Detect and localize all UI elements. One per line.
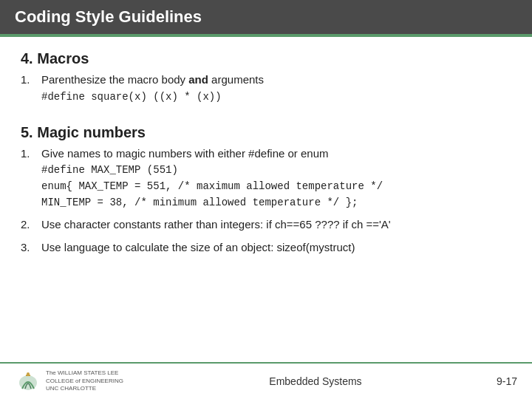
section5-item1: 1. Give names to magic numbers with eith…: [21, 146, 511, 211]
section5-item2-text: Use character constants rather than inte…: [41, 216, 511, 233]
section4-item1-bold: and: [188, 73, 208, 86]
section4-item1-num: 1.: [21, 72, 41, 105]
section5-item3-text: Use language to calculate the size of an…: [41, 239, 511, 256]
section4-item1: 1. Parenthesize the macro body and argum…: [21, 72, 511, 105]
page-title: Coding Style Guidelines: [15, 7, 202, 26]
section5-heading: 5. Magic numbers: [21, 124, 511, 141]
section5-item2: 2. Use character constants rather than i…: [21, 216, 511, 233]
footer-logo-text: The WILLIAM STATES LEE COLLEGE of ENGINE…: [46, 369, 134, 392]
section4-heading: 4. Macros: [21, 50, 511, 67]
section5-item1-text: Give names to magic numbers with either …: [41, 146, 511, 211]
section4-item1-code: #define square(x) ((x) * (x)): [41, 89, 511, 105]
section4-item1-text: Parenthesize the macro body and argument…: [41, 72, 511, 105]
section5-item3-num: 3.: [21, 239, 41, 256]
university-logo-icon: [15, 368, 41, 395]
footer-logo: The WILLIAM STATES LEE COLLEGE of ENGINE…: [15, 368, 134, 395]
section5-item1-num: 1.: [21, 146, 41, 211]
header: Coding Style Guidelines: [0, 0, 532, 34]
section5-item2-num: 2.: [21, 216, 41, 233]
footer: The WILLIAM STATES LEE COLLEGE of ENGINE…: [0, 362, 532, 399]
footer-center-text: Embedded Systems: [134, 375, 497, 387]
main-content: 4. Macros 1. Parenthesize the macro body…: [0, 37, 532, 362]
section5-item1-code3: MIN_TEMP = 38, /* minimum allowed temper…: [41, 195, 511, 211]
page: Coding Style Guidelines 4. Macros 1. Par…: [0, 0, 532, 399]
section5-item3: 3. Use language to calculate the size of…: [21, 239, 511, 256]
section5-item1-code2: enum{ MAX_TEMP = 551, /* maximum allowed…: [41, 179, 511, 194]
section5-item1-code1: #define MAX_TEMP (551): [41, 163, 511, 178]
footer-page-number: 9-17: [497, 375, 517, 387]
svg-rect-2: [26, 375, 30, 376]
